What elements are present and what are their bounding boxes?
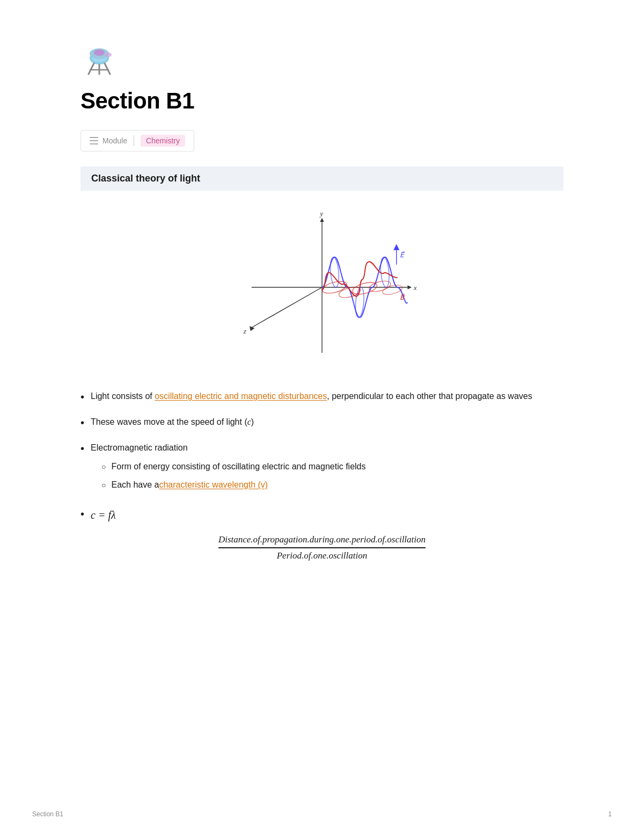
list-item-1-text-before: Light consists of <box>91 391 155 401</box>
list-item-3-text: Electromagnetic radiation <box>91 443 188 452</box>
module-label: Module <box>103 136 127 145</box>
svg-marker-13 <box>407 285 412 289</box>
breadcrumb-tag: Chemistry <box>141 135 185 147</box>
sub-list-item-2: Each have a characteristic wavelength (v… <box>101 478 564 491</box>
svg-point-27 <box>368 279 392 294</box>
svg-text:E⃗: E⃗ <box>400 251 405 259</box>
breadcrumb-separator <box>134 135 134 146</box>
fraction-container: Distance.of.propagation.during.one.perio… <box>218 534 426 561</box>
list-item-2-text-after: ) <box>251 417 254 426</box>
sub-bullet-list: Form of energy consisting of oscillating… <box>101 460 564 491</box>
footer-left: Section B1 <box>32 810 63 818</box>
svg-line-4 <box>89 63 94 74</box>
section-heading: Classical theory of light <box>91 173 553 184</box>
sub-list-item-2-text-before: Each have a <box>111 478 159 491</box>
bullet-list: Light consists of oscillating electric a… <box>80 389 564 524</box>
list-item-2-text-before: These waves move at the speed of light ( <box>91 417 247 426</box>
svg-point-26 <box>352 280 378 296</box>
fraction-numerator: Distance.of.propagation.during.one.perio… <box>218 534 426 548</box>
fraction-denominator: Period.of.one.oscillation <box>218 548 426 561</box>
logo-icon <box>80 43 564 88</box>
list-item-2: These waves move at the speed of light (… <box>80 415 564 431</box>
menu-icon <box>90 137 98 144</box>
list-item-2-content: These waves move at the speed of light (… <box>91 415 564 429</box>
sub-list-item-2-highlight: characteristic wavelength (v) <box>159 478 268 491</box>
list-item-1: Light consists of oscillating electric a… <box>80 389 564 405</box>
svg-text:z: z <box>243 327 246 335</box>
page-footer: Section B1 1 <box>0 810 644 818</box>
svg-marker-16 <box>320 218 324 222</box>
fraction-formula: Distance.of.propagation.during.one.perio… <box>80 534 564 561</box>
breadcrumb: Module Chemistry <box>80 130 194 151</box>
sub-list-item-1: Form of energy consisting of oscillating… <box>101 460 564 473</box>
footer-right: 1 <box>608 810 612 818</box>
list-item-2-formula: c <box>247 417 251 426</box>
formula-c-equals-flambda: c = fλ <box>91 509 116 521</box>
list-item-3: Electromagnetic radiation Form of energy… <box>80 441 564 497</box>
svg-text:x: x <box>413 284 417 292</box>
svg-point-3 <box>94 49 105 56</box>
list-item-1-content: Light consists of oscillating electric a… <box>91 389 564 403</box>
list-item-1-text-after: , perpendicular to each other that propa… <box>327 391 532 401</box>
svg-rect-11 <box>90 143 98 144</box>
page-title: Section B1 <box>80 88 564 114</box>
breadcrumb-module: Module <box>90 136 127 145</box>
svg-point-8 <box>105 53 112 57</box>
svg-line-18 <box>252 287 322 328</box>
sub-list-item-1-text: Form of energy consisting of oscillating… <box>111 460 365 473</box>
list-item-4-content: c = fλ <box>91 506 564 524</box>
list-item-3-content: Electromagnetic radiation Form of energy… <box>91 441 564 497</box>
em-wave-diagram: x y z <box>80 207 564 368</box>
svg-rect-10 <box>90 140 98 141</box>
svg-marker-19 <box>250 326 254 331</box>
list-item-1-highlight: oscillating electric and magnetic distur… <box>155 391 327 401</box>
svg-line-5 <box>105 63 110 74</box>
svg-text:y: y <box>319 209 323 217</box>
list-item-4: c = fλ <box>80 506 564 524</box>
svg-rect-9 <box>90 137 98 138</box>
section-heading-bar: Classical theory of light <box>80 166 564 191</box>
